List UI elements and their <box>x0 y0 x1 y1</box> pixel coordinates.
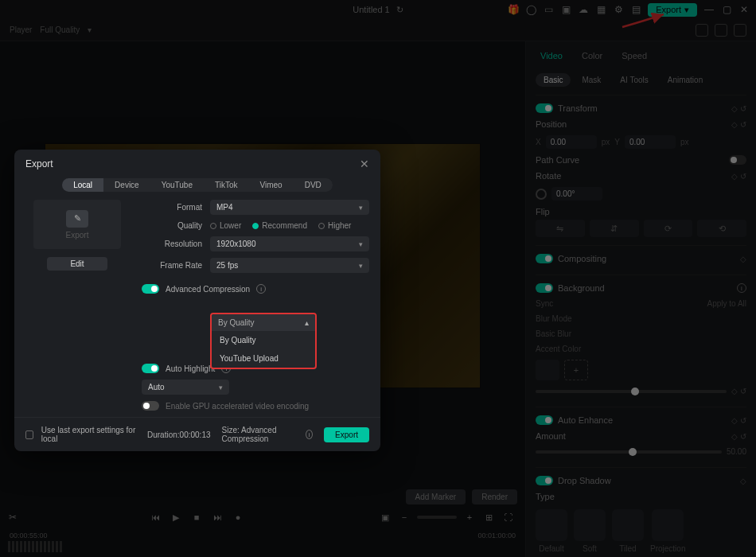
export-tab-dvd[interactable]: DVD <box>294 178 333 192</box>
export-tab-tiktok[interactable]: TikTok <box>204 178 249 192</box>
chevron-down-icon: ▾ <box>359 262 363 270</box>
quality-recommend-radio[interactable]: Recommend <box>252 221 307 230</box>
edit-thumbnail-button[interactable]: Edit <box>47 257 107 271</box>
quality-higher-radio[interactable]: Higher <box>318 221 351 230</box>
use-last-settings-label: Use last export settings for local <box>41 426 139 443</box>
info-icon[interactable]: i <box>306 430 313 439</box>
duration-label: Duration:00:00:13 <box>147 430 211 439</box>
framerate-select[interactable]: 25 fps▾ <box>210 258 369 273</box>
format-select[interactable]: MP4▾ <box>210 200 369 215</box>
adv-compression-toggle[interactable] <box>142 284 159 294</box>
export-dialog-title: Export <box>25 158 53 169</box>
info-icon[interactable]: i <box>256 284 266 294</box>
quality-label: Quality <box>142 221 202 230</box>
auto-highlight-select[interactable]: Auto▾ <box>142 380 229 395</box>
auto-highlight-label: Auto Highlight <box>166 364 215 373</box>
format-label: Format <box>142 203 202 212</box>
framerate-label: Frame Rate <box>142 261 202 270</box>
chevron-down-icon: ▾ <box>219 384 223 391</box>
size-label: Size: Advanced Compression <box>222 426 295 443</box>
export-tab-device[interactable]: Device <box>103 178 150 192</box>
export-tab-youtube[interactable]: YouTube <box>150 178 204 192</box>
resolution-label: Resolution <box>142 240 202 248</box>
pencil-icon: ✎ <box>66 210 88 228</box>
chevron-down-icon: ▾ <box>359 204 363 212</box>
close-dialog-button[interactable]: ✕ <box>360 158 369 170</box>
quality-lower-radio[interactable]: Lower <box>210 221 241 230</box>
export-thumbnail: ✎ Export <box>33 200 121 249</box>
export-confirm-button[interactable]: Export <box>324 427 369 442</box>
info-icon[interactable]: i <box>221 364 231 373</box>
resolution-select[interactable]: 1920x1080▾ <box>210 236 369 251</box>
export-tab-vimeo[interactable]: Vimeo <box>249 178 294 192</box>
adv-compression-label: Advanced Compression <box>166 285 250 294</box>
gpu-label: Enable GPU accelerated video encoding <box>166 402 309 411</box>
export-tab-local[interactable]: Local <box>62 178 103 192</box>
chevron-down-icon: ▾ <box>359 240 363 248</box>
export-dialog: Export ✕ Local Device YouTube TikTok Vim… <box>14 150 380 451</box>
auto-highlight-toggle[interactable] <box>142 364 159 373</box>
use-last-settings-checkbox[interactable] <box>25 430 33 439</box>
gpu-toggle[interactable] <box>142 401 159 411</box>
